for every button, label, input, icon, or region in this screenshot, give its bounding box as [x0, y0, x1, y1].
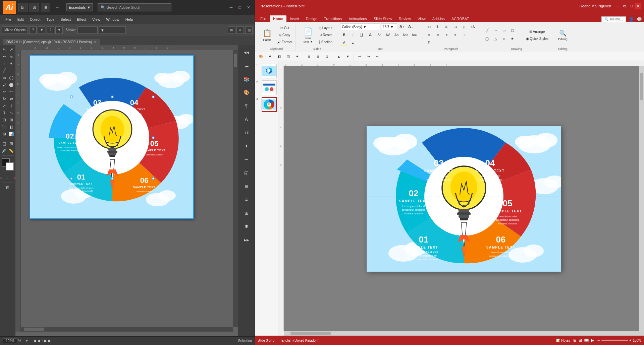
font-size-increase[interactable]: A↑	[398, 23, 406, 30]
ai-zoom-dropdown[interactable]: ▼	[25, 339, 29, 343]
tool-rotate[interactable]: ↻	[1, 95, 8, 102]
ai-layers-btn[interactable]: ⊞	[240, 207, 253, 219]
ai-paragraph-btn[interactable]: ¶	[240, 100, 253, 112]
text-direction-btn[interactable]: ↕A	[469, 23, 477, 30]
tool-shape-builder[interactable]: ⬛	[1, 124, 8, 130]
shape-round-rect[interactable]: ▢	[508, 27, 517, 34]
ai-cloud-btn[interactable]: ☁	[240, 60, 253, 72]
font-shadow-btn[interactable]: S²	[375, 31, 383, 38]
ppt-tab-slideshow[interactable]: Slide Show	[370, 15, 395, 22]
menu-select[interactable]: Select	[58, 16, 73, 22]
tool-arc[interactable]: ⌒	[8, 67, 15, 74]
ai-stroke-input[interactable]	[77, 26, 98, 34]
ai-align-btn[interactable]: ≡	[236, 26, 244, 34]
slide-1-thumb[interactable]	[262, 64, 277, 78]
ppt-shape-fill-btn[interactable]: ◧	[275, 53, 283, 60]
ppt-tab-design[interactable]: Design	[303, 15, 321, 22]
shape-star[interactable]: ★	[508, 35, 517, 42]
ai-transform-panel-btn[interactable]: ⊕	[240, 180, 253, 192]
menu-object[interactable]: Object	[27, 16, 43, 22]
menu-effect[interactable]: Effect	[74, 16, 89, 22]
ppt-new-slide-btn[interactable]: 📄 New Slide ▼	[300, 26, 316, 45]
shape-arrow[interactable]: →	[492, 27, 500, 34]
ppt-shape-outline-btn[interactable]: ◫	[284, 53, 292, 60]
reading-view-icon[interactable]: 📖	[584, 338, 589, 343]
font-spacing-btn[interactable]: AV	[384, 31, 392, 38]
ai-dropdown-btn1[interactable]: ▼	[38, 26, 45, 34]
ppt-tab-transitions[interactable]: Transitions	[321, 15, 345, 22]
ppt-tab-file[interactable]: File	[257, 15, 270, 22]
ai-character-btn[interactable]: A	[240, 113, 253, 125]
ai-question-btn1[interactable]: ?	[29, 26, 37, 34]
ppt-regroup-btn[interactable]: ⊗	[323, 53, 331, 60]
columns-btn[interactable]: ⫿	[460, 23, 468, 30]
tool-blob-brush[interactable]: ⬤	[8, 81, 15, 88]
tool-graph[interactable]: 📊	[8, 131, 15, 137]
tool-smooth[interactable]: 〰	[8, 88, 15, 95]
ppt-undo-btn[interactable]: ↩	[356, 53, 364, 60]
tool-none[interactable]: ⊘	[11, 175, 15, 181]
ppt-group-btn[interactable]: ⊕	[305, 53, 313, 60]
ppt-tab-view[interactable]: View	[414, 15, 429, 22]
tool-direct-selection[interactable]: ↗	[8, 46, 15, 53]
font-italic-btn[interactable]: I	[349, 31, 357, 38]
ai-doc-tab[interactable]: OM12M11 [Converted].eps @ 104% (RGB/GPU …	[3, 39, 100, 45]
ai-nav-arrows[interactable]: ◀	[37, 339, 40, 343]
tool-rectangle[interactable]: ▭	[1, 74, 8, 81]
ai-next-page[interactable]: ▶	[44, 339, 47, 343]
ppt-scrollbar-v[interactable]	[639, 66, 644, 331]
ppt-text-box-btn[interactable]: A	[266, 53, 274, 60]
ai-color-btn[interactable]: 🎨	[240, 86, 253, 98]
menu-view[interactable]: View	[90, 16, 103, 22]
ppt-maximize-btn[interactable]: □	[628, 3, 635, 9]
slide-2-thumb[interactable]	[262, 80, 277, 95]
ai-workspace-icon[interactable]: ⊞	[41, 3, 50, 12]
ppt-tab-acrobat[interactable]: ACROBAT	[448, 15, 472, 22]
ppt-section-btn[interactable]: § Section	[317, 39, 334, 46]
tool-puppet-warp[interactable]: ⊞	[8, 117, 15, 123]
ai-artboard-wrapper[interactable]: 01 SAMPLE TEXT Lorem ipsum dolor sit ame…	[21, 50, 238, 332]
ppt-zoom-slider[interactable]	[601, 340, 628, 341]
ai-background-color[interactable]	[6, 162, 14, 170]
shape-ellipse[interactable]: ◯	[483, 35, 491, 42]
slide-sorter-icon[interactable]: ⊟	[579, 338, 582, 343]
ppt-tell-me[interactable]: 🔍 Tell me...	[601, 16, 626, 22]
ppt-shape-effect-btn[interactable]: ✦	[293, 53, 301, 60]
ppt-minimize-btn[interactable]: ─	[614, 3, 621, 9]
ppt-scrollbar-h[interactable]	[284, 331, 644, 336]
ppt-help-btn[interactable]: ⋯	[374, 53, 382, 60]
font-size2-btn[interactable]: Aa↑	[401, 31, 410, 38]
ppt-zoom-increase[interactable]: +	[630, 339, 632, 342]
tool-width[interactable]: ⤡	[8, 110, 15, 116]
ppt-tab-addins[interactable]: Add-ins	[429, 15, 448, 22]
ppt-copy-btn[interactable]: ⎘ Copy	[276, 32, 293, 39]
tool-fill-stroke[interactable]: ○	[4, 175, 11, 181]
align-left-btn[interactable]: ≡	[425, 31, 433, 38]
tool-free-transform[interactable]: ⊡	[1, 117, 8, 123]
font-underline-btn[interactable]: U	[358, 31, 366, 38]
ai-bridge-button[interactable]: Br	[18, 3, 28, 12]
ai-collapse-btn[interactable]: ◀◀	[240, 46, 253, 58]
ppt-reset-btn[interactable]: ↺ Reset	[317, 32, 334, 39]
font-name-dropdown[interactable]: Calibri (Body) ▼	[340, 23, 380, 30]
ai-stroke-panel-btn[interactable]: ─	[240, 153, 253, 165]
font-bold-btn[interactable]: B	[340, 31, 348, 38]
ppt-tab-review[interactable]: Review	[395, 15, 414, 22]
ai-scrollbar-h[interactable]	[21, 327, 233, 332]
ai-prev-page[interactable]: ◀	[33, 339, 36, 343]
ppt-comment-icon[interactable]: 💬	[637, 17, 642, 22]
ai-search-box[interactable]: 🔍 Search Adobe Stock	[98, 3, 171, 11]
ai-dropdown-btn2[interactable]: ▼	[55, 26, 63, 34]
ppt-paste-btn[interactable]: 📋 Paste	[259, 26, 275, 45]
ppt-bring-front-btn[interactable]: ▲	[335, 53, 343, 60]
numbering-btn[interactable]: 1.	[434, 23, 442, 30]
ai-last-page[interactable]: ▶	[48, 339, 51, 343]
ai-align-panel-btn[interactable]: ≡	[240, 194, 253, 206]
ai-library-btn[interactable]: 📚	[240, 73, 253, 85]
ai-symbols-btn[interactable]: ✱	[240, 220, 253, 232]
ppt-format-bg-btn[interactable]: 🎨	[257, 53, 265, 60]
shape-line[interactable]: ╱	[483, 27, 491, 34]
tool-pen[interactable]: ✒	[1, 53, 8, 60]
menu-file[interactable]: File	[3, 16, 14, 22]
slide-show-icon[interactable]: ▶	[591, 338, 594, 343]
